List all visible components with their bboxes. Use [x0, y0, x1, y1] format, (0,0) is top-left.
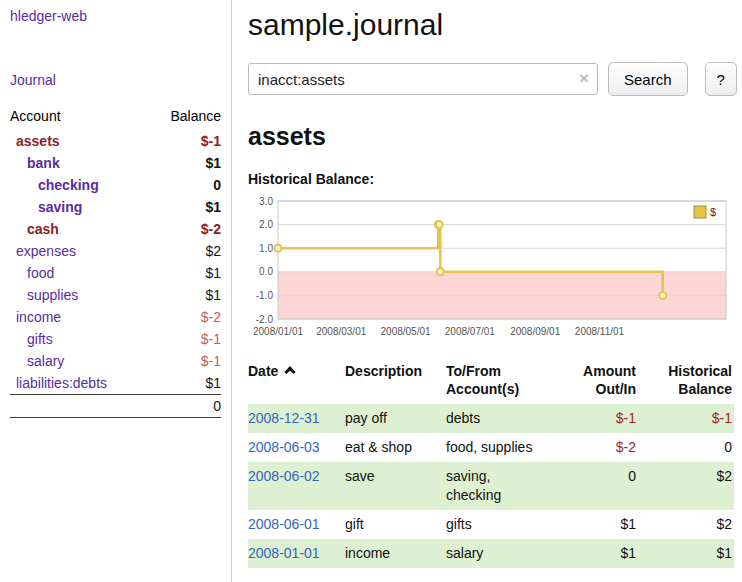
sidebar: hledger-web Journal Account Balance asse… [0, 0, 232, 582]
accounts-total-spacer [10, 395, 149, 418]
register-header-label: Description [345, 363, 422, 379]
register-amount: $-1 [556, 404, 638, 433]
sidebar-account-link-assets[interactable]: assets [16, 133, 60, 149]
register-header-tofrom: To/From Account(s) [446, 358, 556, 404]
account-heading: assets [248, 122, 737, 151]
register-header-label: Amount Out/In [583, 363, 636, 397]
register-description: pay off [345, 404, 446, 433]
clear-search-icon[interactable]: × [579, 70, 589, 87]
register-header-label: Historical Balance [668, 363, 732, 397]
sidebar-account-link-salary[interactable]: salary [27, 353, 64, 369]
register-date-link[interactable]: 2008-06-03 [248, 439, 320, 455]
sort-ascending-icon [285, 366, 296, 377]
account-row: gifts$-1 [10, 328, 221, 350]
svg-text:0.0: 0.0 [259, 266, 273, 277]
register-header-date[interactable]: Date [248, 358, 345, 404]
account-row: liabilities:debts$1 [10, 372, 221, 395]
svg-text:-1.0: -1.0 [256, 290, 274, 301]
account-balance: $1 [149, 372, 221, 395]
svg-text:2008/03/01: 2008/03/01 [316, 326, 366, 337]
register-header-label: To/From Account(s) [446, 363, 519, 397]
svg-text:2008/01/01: 2008/01/01 [253, 326, 303, 337]
sidebar-account-link-checking[interactable]: checking [38, 177, 99, 193]
register-date-link[interactable]: 2008-01-01 [248, 545, 320, 561]
register-date-link[interactable]: 2008-06-02 [248, 468, 320, 484]
historical-balance-chart: 3.02.01.00.0-1.0-2.02008/01/012008/03/01… [248, 193, 734, 343]
account-balance: $1 [149, 196, 221, 218]
account-row: bank$1 [10, 152, 221, 174]
sidebar-account-link-expenses[interactable]: expenses [16, 243, 76, 259]
register-accounts: salary [446, 539, 556, 568]
help-button[interactable]: ? [705, 62, 737, 96]
register-balance: $-1 [638, 404, 734, 433]
register-description: eat & shop [345, 433, 446, 462]
sidebar-account-link-income[interactable]: income [16, 309, 61, 325]
svg-text:2008/07/01: 2008/07/01 [445, 326, 495, 337]
register-header-row: DateDescriptionTo/From Account(s)Amount … [248, 358, 734, 404]
register-description: save [345, 462, 446, 510]
account-row: salary$-1 [10, 350, 221, 372]
register-row: 2008-06-03eat & shopfood, supplies$-20 [248, 433, 734, 462]
register-row: 2008-01-01incomesalary$1$1 [248, 539, 734, 568]
svg-text:2.0: 2.0 [259, 219, 273, 230]
register-accounts: gifts [446, 510, 556, 539]
register-accounts: debts [446, 404, 556, 433]
svg-text:2008/11/01: 2008/11/01 [575, 326, 625, 337]
sidebar-account-link-liabilities:debts[interactable]: liabilities:debts [16, 375, 107, 391]
account-balance: 0 [149, 174, 221, 196]
sidebar-account-link-cash[interactable]: cash [27, 221, 59, 237]
account-balance: $-2 [149, 218, 221, 240]
account-balance: $-1 [149, 328, 221, 350]
account-balance: $-2 [149, 306, 221, 328]
sidebar-account-link-supplies[interactable]: supplies [27, 287, 78, 303]
register-header-description: Description [345, 358, 446, 404]
app-root: hledger-web Journal Account Balance asse… [0, 0, 742, 582]
search-button[interactable]: Search [608, 62, 688, 96]
search-input[interactable] [248, 63, 598, 95]
register-date-link[interactable]: 2008-12-31 [248, 410, 320, 426]
chart-title: Historical Balance: [248, 171, 737, 187]
account-balance: $1 [149, 262, 221, 284]
account-balance: $1 [149, 152, 221, 174]
sidebar-account-link-food[interactable]: food [27, 265, 54, 281]
search-bar: × Search ? [248, 62, 737, 96]
register-header-label: Date [248, 363, 278, 379]
page-title: sample.journal [248, 8, 737, 42]
accounts-header-balance: Balance [149, 104, 221, 130]
app-title-link[interactable]: hledger-web [10, 8, 221, 24]
account-row: cash$-2 [10, 218, 221, 240]
svg-text:2008/09/01: 2008/09/01 [510, 326, 560, 337]
register-amount: 0 [556, 462, 638, 510]
register-row: 2008-12-31pay offdebts$-1$-1 [248, 404, 734, 433]
search-box: × [248, 63, 598, 95]
register-balance: $1 [638, 539, 734, 568]
register-balance: $2 [638, 462, 734, 510]
account-row: expenses$2 [10, 240, 221, 262]
register-amount: $1 [556, 510, 638, 539]
accounts-total-value: 0 [149, 395, 221, 418]
register-description: income [345, 539, 446, 568]
register-balance: $2 [638, 510, 734, 539]
main-content: sample.journal × Search ? assets Histori… [232, 0, 742, 582]
sidebar-account-link-gifts[interactable]: gifts [27, 331, 53, 347]
register-amount: $-2 [556, 433, 638, 462]
svg-text:1.0: 1.0 [259, 243, 273, 254]
svg-text:2008/05/01: 2008/05/01 [381, 326, 431, 337]
accounts-table: Account Balance assets$-1bank$1checking0… [10, 104, 221, 418]
nav-journal-link[interactable]: Journal [10, 72, 221, 88]
sidebar-account-link-saving[interactable]: saving [38, 199, 82, 215]
account-row: checking0 [10, 174, 221, 196]
accounts-header-account: Account [10, 104, 149, 130]
account-row: saving$1 [10, 196, 221, 218]
accounts-header-row: Account Balance [10, 104, 221, 130]
account-balance: $-1 [149, 350, 221, 372]
account-balance: $1 [149, 284, 221, 306]
register-row: 2008-06-01giftgifts$1$2 [248, 510, 734, 539]
register-row: 2008-06-02savesaving, checking0$2 [248, 462, 734, 510]
svg-text:-2.0: -2.0 [256, 314, 274, 325]
register-table: DateDescriptionTo/From Account(s)Amount … [248, 358, 734, 568]
register-date-link[interactable]: 2008-06-01 [248, 516, 320, 532]
register-balance: 0 [638, 433, 734, 462]
account-row: assets$-1 [10, 130, 221, 152]
sidebar-account-link-bank[interactable]: bank [27, 155, 60, 171]
